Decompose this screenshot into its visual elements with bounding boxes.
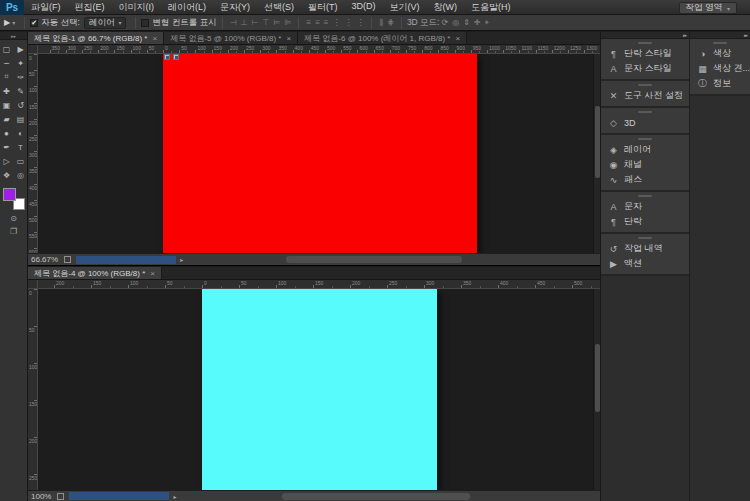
tool-preset-picker[interactable]: ▶ ▾: [0, 18, 19, 27]
panel-channels[interactable]: ◉채널: [601, 157, 689, 172]
panel-actions[interactable]: ▶액션: [601, 256, 689, 271]
tools-panel-collapse[interactable]: ▸▸: [0, 32, 27, 40]
3d-mode-icon[interactable]: ◎: [450, 18, 461, 28]
screen-mode-button[interactable]: ❐: [10, 227, 17, 236]
align-icon[interactable]: ⊫: [283, 18, 294, 27]
close-icon[interactable]: ×: [455, 34, 460, 43]
show-transform-controls-checkbox[interactable]: [141, 19, 149, 27]
distribute-icon[interactable]: ⋮: [354, 18, 366, 27]
align-icon[interactable]: ⊣: [228, 18, 239, 27]
align-icon[interactable]: ⊨: [272, 18, 283, 27]
history-brush-tool[interactable]: ↺: [14, 98, 28, 112]
panel-paragraph-styles[interactable]: ¶단락 스타일: [601, 46, 689, 61]
vertical-scrollbar-top[interactable]: [593, 54, 600, 253]
eraser-tool[interactable]: ▰: [0, 112, 14, 126]
panel-3d[interactable]: ◇3D: [601, 115, 689, 130]
zoom-tool[interactable]: ◎: [14, 168, 28, 182]
panel-layers[interactable]: ◈레이어: [601, 142, 689, 157]
dock-collapse-header[interactable]: ▸▸: [601, 32, 689, 39]
quick-mask-button[interactable]: ⊙: [10, 214, 17, 223]
menu-item[interactable]: 필터(T): [301, 1, 345, 14]
type-tool[interactable]: T: [14, 140, 28, 154]
distribute-icon[interactable]: ≡: [322, 18, 331, 27]
panel-group-grabber[interactable]: [638, 138, 652, 140]
lasso-tool[interactable]: ∽: [0, 56, 14, 70]
distribute-icon[interactable]: ⋮: [330, 18, 342, 27]
hand-tool[interactable]: ❖: [0, 168, 14, 182]
menu-item[interactable]: 이미지(I): [112, 1, 162, 14]
align-icon[interactable]: ⊤: [261, 18, 272, 27]
menu-item[interactable]: 도움말(H): [464, 1, 518, 14]
panel-swatches[interactable]: ▦색상 견...: [690, 61, 750, 76]
zoom-level-field[interactable]: 66.67%: [28, 255, 61, 264]
blur-tool[interactable]: ●: [0, 126, 14, 140]
quick-selection-tool[interactable]: ✦: [14, 56, 28, 70]
canvas-viewport-bottom[interactable]: [38, 289, 593, 490]
panel-paths[interactable]: ∿패스: [601, 172, 689, 187]
distribute-icon[interactable]: ≡: [313, 18, 322, 27]
workspace-switcher-button[interactable]: 작업 영역 ▾: [679, 2, 737, 14]
document-tab[interactable]: 제목 없음-4 @ 100% (RGB/8) *×: [28, 267, 162, 279]
horizontal-scrollbar-thumb[interactable]: [282, 493, 470, 500]
panel-group-grabber[interactable]: [638, 84, 652, 86]
foreground-color-swatch[interactable]: [3, 188, 16, 201]
document-tab[interactable]: 제목 없음-6 @ 100% (레이어 1, RGB/8) *×: [298, 32, 467, 44]
eyedropper-tool[interactable]: ✑: [14, 70, 28, 84]
close-icon[interactable]: ×: [286, 34, 291, 43]
panel-history[interactable]: ↺작업 내역: [601, 241, 689, 256]
panel-group-grabber[interactable]: [638, 237, 652, 239]
gradient-tool[interactable]: ▤: [14, 112, 28, 126]
menu-item[interactable]: 문자(Y): [213, 1, 257, 14]
document-tab[interactable]: 제목 없음-1 @ 66.7% (RGB/8) *×: [28, 32, 164, 44]
3d-mode-icon[interactable]: ⌖: [483, 18, 492, 28]
canvas-document-4[interactable]: [202, 289, 437, 490]
vertical-scrollbar-bottom[interactable]: [593, 289, 600, 490]
rect-marquee-tool[interactable]: ▢: [0, 42, 14, 56]
distribute-icon[interactable]: ⋮: [342, 18, 354, 27]
menu-item[interactable]: 편집(E): [68, 1, 112, 14]
menu-item[interactable]: 보기(V): [383, 1, 427, 14]
3d-mode-icon[interactable]: ⟳: [439, 18, 450, 28]
brush-tool[interactable]: ✎: [14, 84, 28, 98]
align-icon[interactable]: ⊥: [239, 18, 250, 27]
horizontal-scrollbar-thumb[interactable]: [286, 256, 462, 263]
distribute-icon[interactable]: ⫼: [377, 18, 385, 28]
path-selection-tool[interactable]: ▷: [0, 154, 14, 168]
panel-info[interactable]: ⓘ정보: [690, 76, 750, 91]
healing-brush-tool[interactable]: ✚: [0, 84, 14, 98]
close-icon[interactable]: ×: [152, 34, 157, 43]
menu-item[interactable]: 선택(S): [257, 1, 301, 14]
3d-mode-icon[interactable]: ⇕: [461, 18, 472, 28]
pen-tool[interactable]: ✒: [0, 140, 14, 154]
status-arrow-icon[interactable]: ▸: [173, 493, 176, 500]
status-arrow-icon[interactable]: ▸: [180, 256, 183, 263]
canvas-document-1[interactable]: [163, 54, 477, 253]
auto-select-target-dropdown[interactable]: 레이어 ▾: [84, 17, 127, 29]
dock-collapse-header[interactable]: ▸▸: [690, 32, 750, 39]
distribute-icon[interactable]: ⋕: [385, 18, 396, 28]
clone-stamp-tool[interactable]: ▣: [0, 98, 14, 112]
3d-mode-icon[interactable]: ✛: [472, 18, 483, 28]
panel-character-styles[interactable]: A문자 스타일: [601, 61, 689, 76]
menu-item[interactable]: 파일(F): [24, 1, 68, 14]
crop-tool[interactable]: ⌗: [0, 70, 14, 84]
menu-item[interactable]: 3D(D): [345, 1, 383, 14]
panel-group-grabber[interactable]: [638, 195, 652, 197]
distribute-icon[interactable]: ≡: [304, 18, 313, 27]
shape-tool[interactable]: ▭: [14, 154, 28, 168]
panel-group-grabber[interactable]: [713, 42, 727, 44]
panel-character[interactable]: A문자: [601, 199, 689, 214]
panel-group-grabber[interactable]: [638, 111, 652, 113]
dodge-tool[interactable]: ◐: [14, 126, 28, 140]
menu-item[interactable]: 레이어(L): [161, 1, 213, 14]
zoom-level-field[interactable]: 100%: [28, 492, 54, 501]
document-tab[interactable]: 제목 없음-5 @ 100% (RGB/8) *×: [164, 32, 298, 44]
canvas-viewport-top[interactable]: [38, 54, 593, 253]
menu-item[interactable]: 창(W): [427, 1, 465, 14]
panel-color[interactable]: ◑색상: [690, 46, 750, 61]
panel-group-grabber[interactable]: [638, 42, 652, 44]
panel-paragraph[interactable]: ¶단락: [601, 214, 689, 229]
align-icon[interactable]: ⊢: [250, 18, 261, 27]
move-tool[interactable]: ▶: [14, 42, 28, 56]
panel-tool-presets[interactable]: ✕도구 사전 설정: [601, 88, 689, 103]
